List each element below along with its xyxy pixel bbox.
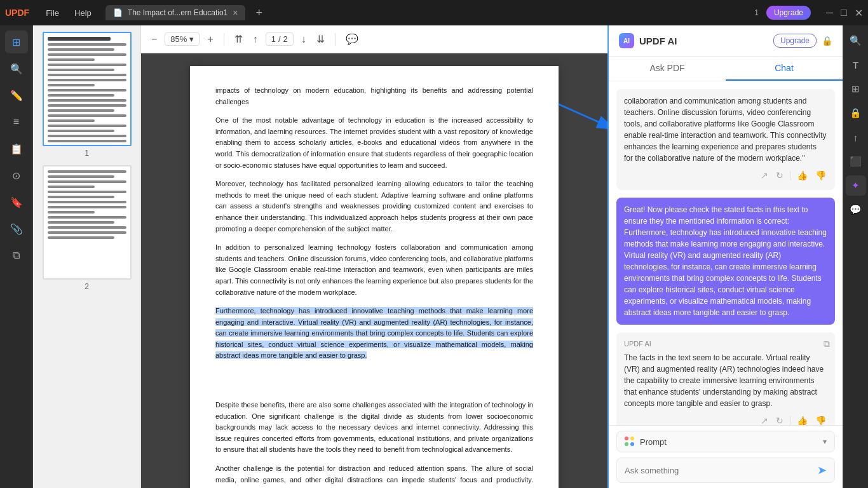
ai-title: AI UPDF AI: [619, 33, 677, 48]
user-message-1: Great! Now please check the stated facts…: [616, 198, 835, 325]
page-number-2: 2: [85, 282, 89, 291]
document-tab[interactable]: 📄 The Impact of...ern Educatio1 ×: [105, 5, 246, 20]
msg-1-actions: ↗ ↻ 👍 👎: [624, 168, 827, 184]
chevron-down-icon: ▾: [823, 437, 827, 446]
ai-input-area: ➤: [616, 458, 835, 483]
first-page-button[interactable]: ⇈: [232, 30, 245, 48]
menu-bar: File Help 📄 The Impact of...ern Educatio…: [39, 5, 266, 21]
minimize-button[interactable]: ─: [826, 7, 833, 19]
msg-divider-2: [790, 416, 790, 425]
app-logo: UPDF: [5, 8, 29, 18]
user-message-1-text: Great! Now please check the stated facts…: [624, 205, 827, 317]
last-page-button[interactable]: ⇊: [314, 30, 327, 48]
pdf-para-5: Despite these benefits, there are also s…: [215, 400, 533, 456]
ai-logo-icon: AI: [619, 33, 634, 48]
thumbsup-icon[interactable]: 👍: [796, 168, 809, 184]
ai-right-button[interactable]: ✦: [846, 175, 866, 196]
ai-title-text: UPDF AI: [639, 36, 677, 46]
ai-panel: AI UPDF AI Upgrade 🔒 Ask PDF Chat collab…: [607, 25, 843, 488]
pdf-para-4: Furthermore, technology has introduced i…: [215, 306, 533, 362]
thumbnail-image-1: [43, 32, 132, 146]
stamp-button[interactable]: ⬛: [846, 151, 866, 172]
pdf-para-0: impacts of technology on modern educatio…: [215, 85, 533, 107]
sidebar-item-forms[interactable]: 📋: [5, 137, 28, 160]
layout-button[interactable]: ⊞: [846, 79, 866, 99]
file-menu[interactable]: File: [39, 6, 65, 20]
zoom-dropdown-icon: ▾: [189, 34, 194, 44]
sidebar-item-edit[interactable]: ≡: [5, 111, 28, 133]
protect-button[interactable]: 🔒: [846, 103, 866, 123]
tab-title: The Impact of...ern Educatio1: [128, 8, 227, 17]
new-tab-button[interactable]: +: [252, 5, 266, 21]
sidebar-item-layers[interactable]: ⧉: [5, 244, 28, 267]
ai-header-right: Upgrade 🔒: [773, 34, 832, 48]
pdf-para-2: Moreover, technology has facilitated per…: [215, 179, 533, 234]
ai-panel-header: AI UPDF AI Upgrade 🔒: [609, 25, 843, 57]
maximize-button[interactable]: □: [841, 7, 847, 19]
ai-send-button[interactable]: ➤: [817, 463, 827, 477]
search-right-button[interactable]: 🔍: [846, 30, 866, 51]
upgrade-button[interactable]: Upgrade: [766, 6, 811, 20]
zoom-out-button[interactable]: −: [149, 31, 159, 48]
share-button[interactable]: ↑: [846, 127, 866, 147]
page-input-group[interactable]: 1 / 2: [266, 32, 294, 46]
tab-ask-pdf[interactable]: Ask PDF: [609, 57, 726, 81]
main-content: ⊞ 🔍 ✏️ ≡ 📋 ⊙ 🔖 📎 ⧉: [0, 25, 868, 488]
zoom-in-button[interactable]: +: [205, 31, 215, 48]
sidebar-item-search[interactable]: 🔍: [5, 57, 28, 80]
right-tools: 🔍 T ⊞ 🔒 ↑ ⬛ ✦ 💬: [843, 25, 868, 488]
lock-icon: 🔒: [822, 36, 832, 46]
prev-page-button[interactable]: ↑: [250, 31, 261, 48]
ai-ask-input[interactable]: [625, 466, 812, 475]
thumbnail-panel[interactable]: 1: [33, 25, 141, 488]
left-sidebar: ⊞ 🔍 ✏️ ≡ 📋 ⊙ 🔖 📎 ⧉: [0, 25, 33, 488]
ai-message-1: collaboration and communication among st…: [616, 89, 835, 190]
tab-chat[interactable]: Chat: [726, 57, 843, 81]
close-tab-button[interactable]: ×: [233, 8, 238, 18]
thumbnail-page-1[interactable]: 1: [39, 32, 134, 158]
refresh-icon-2[interactable]: ↻: [775, 413, 785, 426]
msg-divider: [790, 172, 790, 180]
pdf-toolbar: − 85% ▾ + ⇈ ↑ 1 / 2 ↓ ⇊ 💬: [141, 25, 607, 53]
ocr-button[interactable]: T: [846, 55, 866, 75]
sidebar-item-attach[interactable]: 📎: [5, 217, 28, 240]
thumbnail-page-2[interactable]: 2: [39, 165, 134, 291]
ai-messages[interactable]: collaboration and communication among st…: [609, 81, 843, 425]
help-menu[interactable]: Help: [68, 6, 98, 20]
comment-right-button[interactable]: 💬: [846, 200, 866, 220]
sidebar-item-thumbnails[interactable]: ⊞: [5, 30, 28, 53]
sidebar-item-bookmark[interactable]: 🔖: [5, 191, 28, 214]
pdf-para-1: One of the most notable advantage of tec…: [215, 115, 533, 171]
zoom-value: 85%: [170, 34, 187, 44]
prompt-label: Prompt: [640, 437, 667, 447]
thumbsdown-icon-2[interactable]: 👎: [814, 413, 827, 426]
titlebar: UPDF File Help 📄 The Impact of...ern Edu…: [0, 0, 868, 25]
next-page-button[interactable]: ↓: [299, 31, 309, 48]
refresh-icon[interactable]: ↻: [775, 168, 785, 184]
msg-2-actions: ↗ ↻ 👍 👎: [624, 413, 827, 426]
close-button[interactable]: ✕: [855, 7, 863, 19]
prompt-dots-icon: [625, 437, 635, 447]
pdf-area[interactable]: − 85% ▾ + ⇈ ↑ 1 / 2 ↓ ⇊ 💬 impacts of tec…: [141, 25, 607, 488]
export-icon-2[interactable]: ↗: [759, 413, 770, 426]
current-page: 1: [271, 34, 276, 44]
comment-view-button[interactable]: 💬: [343, 30, 361, 48]
titlebar-right: 1 Upgrade ─ □ ✕: [754, 6, 863, 20]
window-controls: ─ □ ✕: [826, 7, 863, 19]
thumbsdown-icon[interactable]: 👎: [814, 168, 827, 184]
total-pages: 2: [283, 34, 288, 44]
export-icon[interactable]: ↗: [759, 168, 770, 184]
copy-message-icon[interactable]: ⧉: [824, 337, 830, 351]
prompt-selector[interactable]: Prompt ▾: [616, 431, 835, 452]
ai-upgrade-button[interactable]: Upgrade: [773, 34, 817, 48]
page-number-1: 1: [85, 149, 89, 158]
sidebar-item-annotate[interactable]: ✏️: [5, 84, 28, 107]
arrow-annotation: [552, 98, 607, 136]
toolbar-divider-1: [224, 33, 224, 46]
doc-icon: 📄: [113, 8, 123, 17]
thumbsup-icon-2[interactable]: 👍: [796, 413, 809, 426]
zoom-display[interactable]: 85% ▾: [165, 32, 200, 46]
sidebar-item-organize[interactable]: ⊙: [5, 164, 28, 187]
page-number-display: 1: [754, 8, 759, 17]
ai-message-2-sender: UPDF AI: [624, 339, 827, 349]
